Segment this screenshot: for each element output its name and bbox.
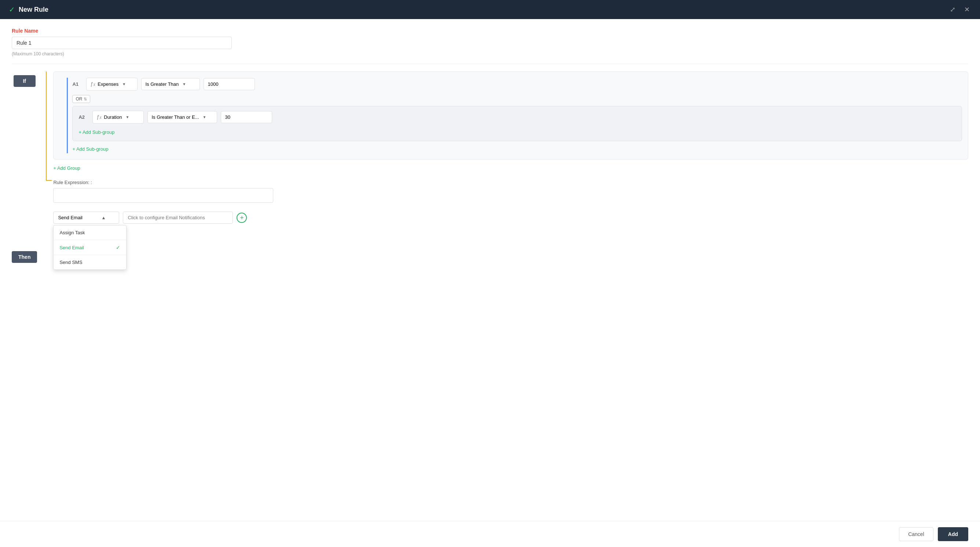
rule-content: A1 ƒ𝑥 Expenses ▼ Is Greater Than ▼ [37,72,968,266]
add-group-button[interactable]: + Add Group [53,164,80,172]
duration-label: Duration [104,114,122,120]
add-subgroup-outer-label: + Add Sub-group [72,146,108,152]
duration-field-select[interactable]: ƒ𝑥 Duration ▼ [92,111,144,124]
action-select-display[interactable]: Send Email ▲ [53,211,119,224]
duration-value-input[interactable] [221,111,272,123]
condition-id-a1: A1 [72,81,83,87]
fx-icon-a1: ƒ𝑥 [90,81,95,87]
configure-email-input[interactable] [123,211,233,224]
horizontal-orange-line [46,180,52,181]
modal-footer: Cancel Add [0,521,980,547]
check-icon: ✓ [116,245,120,250]
section-divider [12,64,968,64]
add-label: Add [948,531,958,537]
action-select-container: Send Email ▲ Assign Task Send Emai [53,211,119,224]
modal-title: New Rule [19,6,48,14]
action-select-chevron-up: ▲ [102,215,106,220]
group-a1-inner: A1 ƒ𝑥 Expenses ▼ Is Greater Than ▼ [67,78,962,153]
or-arrows-icon: ⇅ [84,97,87,102]
cancel-label: Cancel [908,531,924,537]
add-action-button[interactable]: + [237,213,247,223]
condition-row-a1: A1 ƒ𝑥 Expenses ▼ Is Greater Than ▼ [72,78,962,91]
add-action-icon: + [240,215,244,221]
dropdown-item-send-email[interactable]: Send Email ✓ [54,240,126,255]
or-connector: OR ⇅ [72,95,962,103]
field-chevron-a2: ▼ [126,115,129,119]
rule-expression-section: Rule Expression: : [53,180,968,203]
if-button[interactable]: If [14,75,36,87]
dropdown-item-assign-task[interactable]: Assign Task [54,226,126,240]
expenses-label: Expenses [97,81,118,87]
add-subgroup-outer-button[interactable]: + Add Sub-group [72,145,108,153]
is-greater-than-or-equal-select[interactable]: Is Greater Than or E... ▼ [148,111,217,123]
add-group-label: + Add Group [53,165,80,171]
operator-chevron-a1: ▼ [182,82,186,86]
close-button[interactable]: ✕ [963,4,971,15]
rule-name-input[interactable] [12,37,232,49]
send-sms-label: Send SMS [59,259,82,265]
close-icon: ✕ [964,6,970,13]
fx-icon-a2: ƒ𝑥 [97,114,102,120]
or-label: OR [76,96,82,102]
condition-row-a2: A2 ƒ𝑥 Duration ▼ Is Greater Than or E... [78,111,956,124]
expand-button[interactable]: ⤢ [948,4,957,15]
operator-chevron-a2: ▼ [203,115,207,119]
operator-label-a2: Is Greater Than or E... [151,114,199,120]
send-email-dropdown-label: Send Email [59,245,84,250]
add-subgroup-inner-button[interactable]: + Add Sub-group [78,128,115,137]
then-section: Send Email ▲ Assign Task Send Emai [53,211,968,224]
vertical-orange-line [46,72,46,181]
dropdown-item-send-sms[interactable]: Send SMS [54,255,126,269]
is-greater-than-select[interactable]: Is Greater Than ▼ [141,78,200,90]
rule-builder: If Then [12,72,968,266]
outer-group: A1 ƒ𝑥 Expenses ▼ Is Greater Than ▼ [53,72,968,159]
rule-expression-input[interactable] [53,188,273,203]
action-select-label: Send Email [58,215,82,220]
operator-label-a1: Is Greater Than [145,81,179,87]
rule-name-hint: (Maximum 100 characters) [12,51,968,56]
modal-body: Rule Name (Maximum 100 characters) If Th… [0,19,980,521]
sidebar-labels: If Then [12,72,37,266]
expenses-field-select[interactable]: ƒ𝑥 Expenses ▼ [86,78,138,91]
add-subgroup-inner-label: + Add Sub-group [78,129,115,135]
success-icon: ✓ [9,5,15,14]
condition-id-a2: A2 [78,114,89,120]
then-action-row: Send Email ▲ Assign Task Send Emai [53,211,968,224]
rule-name-label: Rule Name [12,28,968,34]
expenses-value-input[interactable] [204,78,255,90]
expand-icon: ⤢ [950,6,955,13]
sub-group-a2: A2 ƒ𝑥 Duration ▼ Is Greater Than or E... [72,106,962,141]
or-box: OR ⇅ [72,95,90,103]
rule-name-section: Rule Name (Maximum 100 characters) [12,28,968,56]
group-a1-wrapper: A1 ƒ𝑥 Expenses ▼ Is Greater Than ▼ [59,78,962,153]
assign-task-label: Assign Task [59,230,85,235]
field-chevron-a1: ▼ [122,82,126,86]
if-section: A1 ƒ𝑥 Expenses ▼ Is Greater Than ▼ [46,72,968,203]
action-dropdown: Assign Task Send Email ✓ Send SMS [53,225,127,270]
header-left: ✓ New Rule [9,5,48,14]
new-rule-modal: ✓ New Rule ⤢ ✕ Rule Name (Maximum 100 ch… [0,0,980,547]
header-right: ⤢ ✕ [948,4,971,15]
modal-header: ✓ New Rule ⤢ ✕ [0,0,980,19]
cancel-button[interactable]: Cancel [899,527,934,541]
rule-expression-label: Rule Expression: : [53,180,968,185]
then-button[interactable]: Then [12,251,37,263]
add-button[interactable]: Add [938,527,968,541]
